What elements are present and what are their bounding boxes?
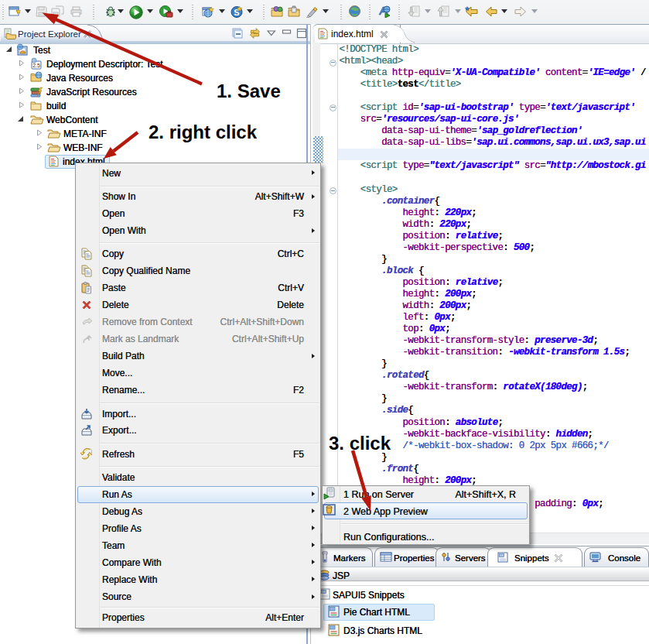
svg-text:2.5: 2.5 — [32, 63, 40, 68]
